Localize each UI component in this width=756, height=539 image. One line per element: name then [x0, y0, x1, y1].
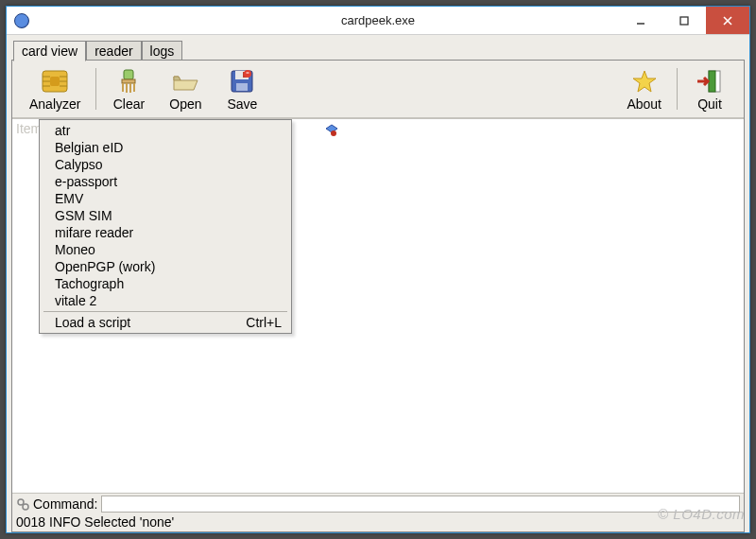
menu-item-belgian-eid[interactable]: Belgian eID [40, 139, 291, 156]
menu-item-tachograph[interactable]: Tachograph [40, 275, 291, 292]
analyzer-menu: atr Belgian eID Calypso e-passport EMV G… [39, 119, 292, 334]
menu-item-moneo[interactable]: Moneo [40, 241, 291, 258]
status-log: 0018 INFO Selected 'none' [12, 514, 744, 531]
toolbar-divider [677, 68, 678, 110]
menu-item-atr[interactable]: atr [40, 122, 291, 139]
titlebar: cardpeek.exe [7, 7, 749, 35]
quit-label: Quit [697, 96, 722, 112]
svg-rect-5 [50, 77, 60, 86]
menu-separator [43, 311, 287, 312]
quit-button[interactable]: Quit [681, 66, 738, 112]
svg-rect-1 [680, 17, 688, 25]
tab-reader[interactable]: reader [86, 41, 141, 61]
svg-rect-20 [236, 83, 248, 91]
chip-icon [40, 66, 70, 96]
svg-rect-23 [247, 73, 249, 74]
menu-item-vitale2[interactable]: vitale 2 [40, 292, 291, 309]
folder-open-icon [170, 66, 200, 96]
tab-bar: card view reader logs [11, 40, 745, 60]
save-button[interactable]: Save [214, 66, 270, 112]
command-label: Command: [33, 496, 97, 512]
analyzer-button[interactable]: Analyzer [18, 66, 92, 112]
card-icon [324, 123, 339, 141]
analyzer-label: Analyzer [29, 96, 80, 112]
svg-point-29 [18, 499, 24, 505]
tab-card-view[interactable]: card view [13, 41, 86, 61]
save-icon [227, 66, 257, 96]
svg-rect-12 [124, 70, 133, 79]
menu-item-calypso[interactable]: Calypso [40, 156, 291, 173]
svg-point-30 [23, 504, 28, 510]
clear-button[interactable]: Clear [100, 66, 157, 112]
brush-icon [113, 66, 144, 96]
svg-marker-24 [633, 71, 656, 92]
app-window: cardpeek.exe card view reader logs [6, 6, 750, 533]
exit-icon [695, 66, 725, 96]
about-button[interactable]: About [615, 66, 673, 112]
menu-item-gsm-sim[interactable]: GSM SIM [40, 207, 291, 224]
maximize-button[interactable] [662, 7, 706, 34]
open-button[interactable]: Open [157, 66, 214, 112]
menu-item-emv[interactable]: EMV [40, 190, 291, 207]
menu-item-mifare-reader[interactable]: mifare reader [40, 224, 291, 241]
command-input[interactable] [101, 496, 740, 513]
link-icon [16, 497, 29, 511]
tab-logs[interactable]: logs [142, 41, 183, 61]
clear-label: Clear [113, 96, 145, 112]
close-button[interactable] [706, 7, 749, 34]
save-label: Save [228, 96, 258, 112]
shortcut-label: Ctrl+L [246, 315, 282, 330]
status-bar: Command: 0018 INFO Selected 'none' [12, 493, 744, 531]
minimize-button[interactable] [619, 7, 662, 34]
app-icon [14, 13, 29, 28]
svg-point-28 [331, 130, 336, 136]
menu-item-e-passport[interactable]: e-passport [40, 173, 291, 190]
content-area: card view reader logs Analyzer Clear [7, 35, 749, 532]
svg-point-22 [244, 70, 251, 78]
about-label: About [627, 96, 662, 112]
svg-rect-13 [122, 79, 135, 83]
tab-panel: Analyzer Clear Open [11, 60, 745, 532]
toolbar: Analyzer Clear Open [12, 61, 744, 118]
main-area: Items Size Interpreted value atr Belgian… [12, 118, 744, 493]
toolbar-divider [95, 68, 96, 110]
menu-item-load-script[interactable]: Load a script Ctrl+L [40, 314, 291, 331]
menu-item-openpgp[interactable]: OpenPGP (work) [40, 258, 291, 275]
star-icon [629, 66, 660, 96]
open-label: Open [169, 96, 201, 112]
